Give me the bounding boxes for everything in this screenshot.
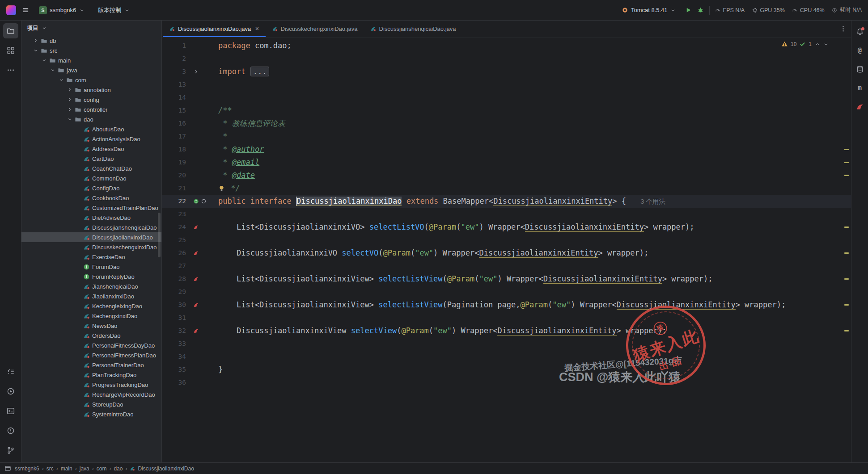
code-line-36[interactable]: 36 — [162, 376, 851, 389]
tree-item-main[interactable]: main — [21, 55, 161, 65]
tree-item-db[interactable]: db — [21, 36, 161, 46]
chevron-right-icon[interactable] — [33, 38, 38, 43]
vcs-widget[interactable]: 版本控制 — [94, 4, 133, 16]
tree-item-PersonalTrainerDao[interactable]: PersonalTrainerDao — [21, 360, 161, 370]
problems-button[interactable] — [3, 423, 18, 438]
code-line-25[interactable]: 25 — [162, 234, 851, 247]
tree-item-CartDao[interactable]: CartDao — [21, 154, 161, 164]
tree-item-SystemintroDao[interactable]: SystemintroDao — [21, 409, 161, 419]
warning-stripe-mark[interactable] — [844, 278, 849, 280]
warning-stripe-mark[interactable] — [844, 149, 849, 150]
breadcrumb-item[interactable]: src — [47, 466, 54, 472]
run-config-widget[interactable]: Tomcat 8.5.41 — [618, 5, 680, 15]
mybatis-icon[interactable] — [193, 302, 199, 308]
perf-cpu[interactable]: CPU 46% — [792, 7, 825, 13]
project-panel-header[interactable]: 项目 — [21, 21, 161, 36]
breadcrumb-item[interactable]: dao — [114, 466, 123, 472]
tree-item-DiscussjiaolianxinxiDao[interactable]: DiscussjiaolianxinxiDao — [21, 232, 161, 242]
tree-item-ForumDao[interactable]: ForumDao — [21, 262, 161, 272]
code-line-24[interactable]: 24 List<DiscussjiaolianxinxiVO> selectLi… — [162, 221, 851, 234]
code-line-20[interactable]: 20 * @date — [162, 169, 851, 182]
chevron-down-icon[interactable] — [41, 58, 47, 63]
bulb-icon[interactable] — [218, 185, 225, 192]
code-line-17[interactable]: 17 * — [162, 130, 851, 143]
code-line-31[interactable]: 31 — [162, 311, 851, 324]
editor-tab[interactable]: DiscusskechengxinxiDao.java — [266, 21, 364, 37]
chevron-right-icon[interactable] — [67, 87, 72, 92]
chevron-down-icon[interactable] — [33, 48, 38, 53]
editor-tab[interactable]: DiscussjianshenqicaiDao.java — [364, 21, 462, 37]
code-line-21[interactable]: 21 */ — [162, 182, 851, 195]
run-button[interactable] — [685, 7, 692, 13]
breadcrumb-item[interactable]: DiscussjiaolianxinxiDao — [138, 466, 194, 472]
code-line-19[interactable]: 19 * @email — [162, 156, 851, 169]
tree-item-RechargeVipRecordDao[interactable]: RechargeVipRecordDao — [21, 390, 161, 399]
code-line-16[interactable]: 16 * 教练信息评论表 — [162, 117, 851, 130]
tab-options-kebab-icon[interactable] — [840, 25, 847, 32]
code-line-33[interactable]: 33 — [162, 337, 851, 350]
code-line-3[interactable]: 3import ... — [162, 65, 851, 78]
tree-item-ForumReplyDao[interactable]: ForumReplyDao — [21, 272, 161, 281]
database-button[interactable] — [853, 63, 867, 76]
chevron-right-icon[interactable] — [67, 107, 72, 112]
tree-item-PersonalFitnessPlanDao[interactable]: PersonalFitnessPlanDao — [21, 350, 161, 360]
chevron-up-icon[interactable] — [814, 42, 820, 47]
warning-stripe-mark[interactable] — [844, 227, 849, 228]
tree-item-java[interactable]: java — [21, 65, 161, 75]
more-button[interactable] — [3, 63, 18, 78]
code-line-23[interactable]: 23 — [162, 208, 851, 221]
editor-tab[interactable]: DiscussjiaolianxinxiDao.java✕ — [163, 21, 266, 37]
tree-item-dao[interactable]: dao — [21, 114, 161, 124]
warning-stripe-mark[interactable] — [844, 175, 849, 176]
tree-item-PlanTrackingDao[interactable]: PlanTrackingDao — [21, 370, 161, 380]
code-line-26[interactable]: 26 DiscussjiaolianxinxiVO selectVO(@Para… — [162, 247, 851, 260]
at-button[interactable]: @ — [853, 44, 867, 57]
tree-item-AboutusDao[interactable]: AboutusDao — [21, 124, 161, 134]
mybatis-button[interactable] — [853, 100, 867, 113]
code-line-15[interactable]: 15/** — [162, 104, 851, 117]
tree-item-ActionAnslysisDao[interactable]: ActionAnslysisDao — [21, 134, 161, 144]
mybatis-icon[interactable] — [193, 328, 199, 334]
tree-item-CustomizedTrainPlanDao[interactable]: CustomizedTrainPlanDao — [21, 203, 161, 213]
code-line-34[interactable]: 34 — [162, 350, 851, 363]
hamburger-menu-icon[interactable] — [22, 7, 29, 13]
perf-gpu[interactable]: GPU 35% — [752, 7, 785, 13]
tree-item-ExerciseDao[interactable]: ExerciseDao — [21, 252, 161, 262]
tree-item-annotation[interactable]: annotation — [21, 85, 161, 95]
warning-stripe-mark[interactable] — [844, 162, 849, 163]
terminal-button[interactable] — [3, 403, 18, 419]
code-line-32[interactable]: 32 DiscussjiaolianxinxiView selectView(@… — [162, 324, 851, 337]
chevron-down-icon[interactable] — [58, 77, 64, 83]
chevron-down-icon[interactable] — [50, 67, 55, 73]
maven-button[interactable]: m — [853, 81, 867, 95]
scrollbar-thumb[interactable] — [158, 213, 161, 257]
tree-item-KechengxinxiDao[interactable]: KechengxinxiDao — [21, 311, 161, 321]
tree-item-com[interactable]: com — [21, 75, 161, 85]
warning-stripe-mark[interactable] — [844, 304, 849, 306]
run-button[interactable] — [3, 384, 18, 399]
inspections-widget[interactable]: 10 1 — [781, 41, 829, 47]
impl-icon[interactable] — [201, 198, 207, 204]
breadcrumb-item[interactable]: ssmbgnk6 — [15, 466, 39, 472]
project-widget[interactable]: S ssmbgnk6 — [35, 4, 88, 16]
code-line-30[interactable]: 30 List<DiscussjiaolianxinxiView> select… — [162, 298, 851, 311]
git-branch-button[interactable] — [3, 443, 18, 458]
interface-icon[interactable] — [193, 198, 199, 204]
perf-fps[interactable]: FPS N/A — [715, 7, 745, 13]
chevron-right-icon[interactable] — [67, 97, 72, 102]
tree-item-DiscusskechengxinxiDao[interactable]: DiscusskechengxinxiDao — [21, 242, 161, 252]
warning-stripe-mark[interactable] — [844, 330, 849, 331]
close-tab-icon[interactable]: ✕ — [255, 26, 259, 32]
mybatis-icon[interactable] — [193, 224, 199, 230]
debug-button[interactable] — [697, 7, 704, 13]
code-line-27[interactable]: 27 — [162, 260, 851, 273]
tree-item-controller[interactable]: controller — [21, 105, 161, 114]
tree-item-CoachChatDao[interactable]: CoachChatDao — [21, 164, 161, 173]
chevron-right-icon[interactable] — [193, 69, 199, 75]
tree-item-DietAdviseDao[interactable]: DietAdviseDao — [21, 213, 161, 222]
tree-item-ConfigDao[interactable]: ConfigDao — [21, 183, 161, 193]
tree-item-ProgressTrackingDao[interactable]: ProgressTrackingDao — [21, 380, 161, 390]
tree-item-config[interactable]: config — [21, 95, 161, 105]
breadcrumb-item[interactable]: java — [80, 466, 89, 472]
notifications-button[interactable] — [853, 25, 867, 38]
